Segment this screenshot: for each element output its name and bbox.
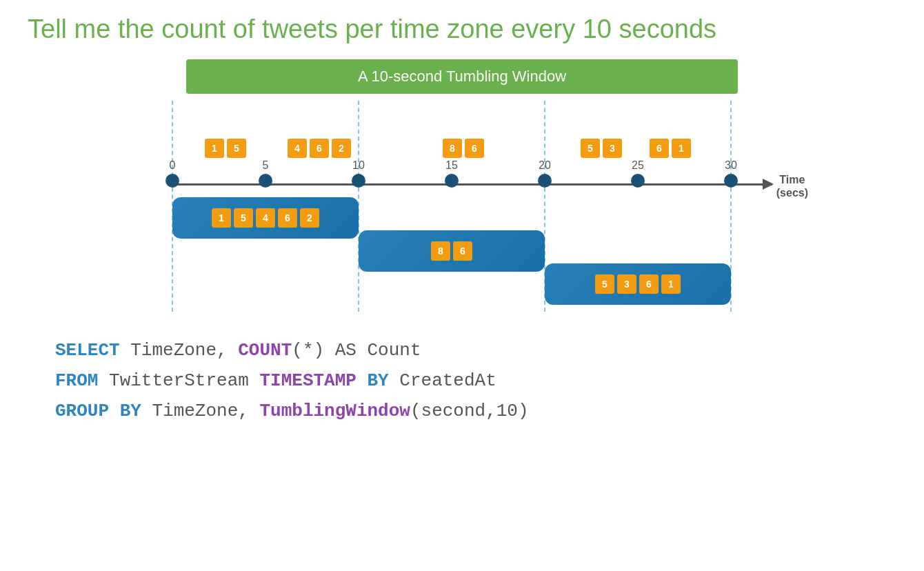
badge: 1 [212, 208, 231, 228]
sql-keyword-by: BY [368, 370, 389, 391]
tick-5 [259, 174, 272, 188]
tick-20 [538, 174, 552, 188]
sql-line-2: FROM TwitterStream TIMESTAMP BY CreatedA… [55, 365, 896, 396]
main-container: Tell me the count of tweets per time zon… [0, 0, 924, 571]
badge: 8 [443, 139, 462, 158]
badge: 4 [256, 208, 275, 228]
badge: 4 [288, 139, 307, 158]
badge: 1 [661, 274, 681, 294]
sql-keyword-timestamp: TIMESTAMP [259, 370, 356, 391]
tick-30 [724, 174, 738, 188]
sql-section: SELECT TimeZone, COUNT(*) AS Count FROM … [55, 335, 896, 427]
blue-window-2: 8 6 [359, 230, 545, 272]
badge: 5 [234, 208, 253, 228]
sql-text [356, 370, 368, 391]
sql-keyword-tumbling: TumblingWindow [259, 401, 410, 421]
badge: 6 [278, 208, 297, 228]
tick-10 [352, 174, 365, 188]
tick-0 [165, 174, 179, 188]
tick-label-5: 5 [263, 159, 269, 172]
badge: 5 [227, 139, 246, 158]
sql-text [109, 401, 120, 421]
badge-group-5: 6 1 [648, 139, 692, 158]
badge-group-1: 1 5 [203, 139, 248, 158]
timeline-arrow [763, 179, 774, 190]
badge: 5 [595, 274, 614, 294]
sql-keyword-by2: BY [120, 401, 141, 421]
sql-text: TimeZone, [141, 401, 260, 421]
diagram-area: 1 5 4 6 2 8 6 5 3 6 1 Time (secs) [152, 101, 772, 321]
tick-label-30: 30 [725, 159, 737, 172]
tick-label-0: 0 [170, 159, 176, 172]
sql-text: CreatedAt [389, 370, 496, 391]
page-title: Tell me the count of tweets per time zon… [28, 14, 896, 46]
tick-label-15: 15 [445, 159, 458, 172]
tick-label-20: 20 [539, 159, 551, 172]
badge-group-3: 8 6 [441, 139, 485, 158]
badge: 6 [650, 139, 669, 158]
sql-text: TwitterStream [98, 370, 259, 391]
tick-25 [631, 174, 645, 188]
tick-label-25: 25 [632, 159, 644, 172]
sql-keyword-count: COUNT [238, 340, 292, 361]
badge: 6 [639, 274, 659, 294]
sql-text: (*) AS Count [292, 340, 421, 361]
timeline-label: Time (secs) [776, 173, 808, 199]
tick-label-10: 10 [352, 159, 365, 172]
badge: 6 [310, 139, 329, 158]
window-banner: A 10-second Tumbling Window [186, 59, 738, 94]
badge: 2 [332, 139, 351, 158]
sql-text: (second,10) [410, 401, 529, 421]
sql-keyword-group: GROUP [55, 401, 109, 421]
tick-15 [445, 174, 459, 188]
badge: 1 [672, 139, 691, 158]
sql-line-1: SELECT TimeZone, COUNT(*) AS Count [55, 335, 896, 365]
badge: 3 [617, 274, 636, 294]
badge: 2 [300, 208, 319, 228]
badge: 1 [205, 139, 224, 158]
badge: 5 [581, 139, 600, 158]
blue-window-3: 5 3 6 1 [545, 263, 731, 305]
badge: 6 [465, 139, 484, 158]
badge-group-4: 5 3 [579, 139, 623, 158]
blue-window-1: 1 5 4 6 2 [172, 197, 359, 239]
badge: 6 [453, 241, 472, 261]
sql-line-3: GROUP BY TimeZone, TumblingWindow(second… [55, 396, 896, 426]
sql-keyword-from: FROM [55, 370, 98, 391]
sql-text: TimeZone, [120, 340, 239, 361]
sql-keyword-select: SELECT [55, 340, 120, 361]
badge: 8 [431, 241, 450, 261]
badge-group-2: 4 6 2 [286, 139, 352, 158]
badge: 3 [603, 139, 622, 158]
